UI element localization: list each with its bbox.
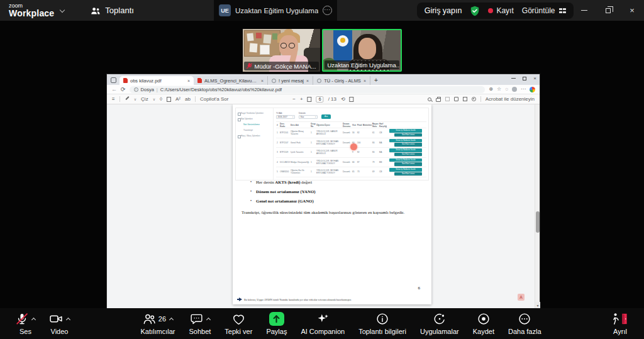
tab-close-icon[interactable]: × <box>364 79 366 83</box>
obs-exam-notes-button[interactable]: Sınav İçi Notlarını İncele <box>389 148 422 152</box>
audio-options-chevron[interactable] <box>31 318 36 322</box>
print-icon[interactable] <box>436 98 441 102</box>
account-color-icon[interactable] <box>530 87 535 92</box>
apps-button[interactable]: Uygulamalar <box>413 308 466 339</box>
participant-video-2[interactable]: Uzaktan Eğitim Uygulama... <box>322 29 402 72</box>
browser-minimize-button[interactable] <box>511 78 516 79</box>
browser-tab[interactable]: ALMS_Ogrenci_Kilavuzu-Yeni.pdf × <box>194 76 268 85</box>
sign-in-button[interactable]: Giriş yapın <box>425 6 462 15</box>
refresh-icon[interactable]: ⟳ <box>121 87 126 92</box>
participants-button[interactable]: 26 Katılımcılar <box>133 308 182 339</box>
obs-class-list-button[interactable]: Sınıf Not Listesi <box>394 162 422 165</box>
favorite-star-icon[interactable]: ☆ <box>497 87 501 92</box>
obs-sidebar-item[interactable]: Not İşlemleri <box>236 116 273 121</box>
obs-sidebar-item[interactable]: Kayıt Yenileme İşlemleri <box>236 110 273 116</box>
fullscreen-icon[interactable] <box>463 97 467 101</box>
obs-exam-notes-button[interactable]: Sınav İçi Notlarını İncele <box>389 129 422 132</box>
meeting-title-tab[interactable]: UE Uzaktan Eğitim Uygulama ve Araş ··· <box>214 0 337 21</box>
rotate-icon[interactable]: ⟲ <box>341 97 345 102</box>
gear-icon[interactable] <box>472 97 476 101</box>
extension-icon[interactable]: ◌ <box>505 87 508 92</box>
profile-avatar-icon[interactable] <box>512 87 517 92</box>
acrobat-floating-icon[interactable]: A <box>518 294 525 301</box>
tab-close-icon[interactable]: × <box>306 79 309 83</box>
chat-options-chevron[interactable] <box>206 318 211 322</box>
page-view-icon[interactable] <box>350 97 354 102</box>
zoom-out-icon[interactable]: − <box>292 97 296 102</box>
mute-button[interactable]: Ses <box>9 308 42 339</box>
obs-table-cell: 82 <box>357 131 362 135</box>
browser-tab[interactable]: ! yeni mesaj × <box>268 76 313 85</box>
chat-button[interactable]: Sohbet <box>182 308 218 339</box>
obs-sidebar-item[interactable]: Harç / Borç İşlemleri <box>236 133 273 138</box>
chevron-down-icon[interactable] <box>60 7 65 12</box>
pen-icon[interactable] <box>125 97 130 102</box>
page-number-input[interactable]: 6 <box>316 96 324 103</box>
browser-tab-active[interactable]: obs kilavuz.pdf × <box>119 76 194 85</box>
close-button[interactable]: × <box>620 0 644 21</box>
fit-page-icon[interactable] <box>308 97 312 102</box>
obs-class-list-button[interactable]: Sınıf Not Listesi <box>394 133 422 136</box>
save-icon[interactable] <box>445 97 450 101</box>
browser-tab[interactable]: TÜ - Giriş - ALMS × <box>313 76 370 85</box>
search-icon[interactable] <box>428 97 431 101</box>
meeting-title: Uzaktan Eğitim Uygulama ve Araş <box>235 7 318 14</box>
obs-class-list-button[interactable]: Sınıf Not Listesi <box>394 143 422 146</box>
draw-dropdown-icon[interactable]: ∨ <box>153 97 155 101</box>
obs-class-list-button[interactable]: Sınıf Not Listesi <box>394 153 422 156</box>
browser-menu-icon[interactable]: ⋯ <box>521 87 526 92</box>
tab-meeting[interactable]: Toplantı <box>91 6 134 15</box>
draw-tool-label[interactable]: Çiz <box>141 96 148 102</box>
copilot-button[interactable]: Copilot'a Sor <box>200 96 229 102</box>
reactions-button[interactable]: Tepki ver <box>218 308 259 339</box>
tab-search-icon[interactable] <box>111 77 116 83</box>
tab-close-icon[interactable]: × <box>187 79 190 83</box>
restore-button[interactable] <box>596 0 620 21</box>
text-box-icon[interactable] <box>167 97 171 102</box>
zoom-in-icon[interactable]: + <box>300 97 303 102</box>
download-icon[interactable] <box>454 97 458 101</box>
obs-class-list-button[interactable]: Sınıf Not Listesi <box>394 172 422 175</box>
address-input[interactable]: i Dosya | C:/Users/User/Desktop/obs%20ki… <box>130 86 486 93</box>
pdf-scrollbar[interactable]: ▾ <box>535 104 540 308</box>
edit-in-acrobat-button[interactable]: Acrobat ile düzenleyin <box>486 96 535 102</box>
browser-restore-button[interactable] <box>523 77 526 81</box>
obs-search-button[interactable]: Ara <box>321 114 331 119</box>
scroll-down-arrow[interactable]: ▾ <box>535 302 540 308</box>
obs-term-select[interactable]: Güz▾ <box>299 115 318 119</box>
thumbnails-icon[interactable]: ≡ <box>112 97 115 102</box>
obs-exam-notes-button[interactable]: Sınav İçi Notlarını İncele <box>389 168 422 171</box>
leave-button[interactable]: Ayrıl <box>605 308 635 339</box>
obs-table-cell <box>362 172 372 172</box>
obs-sidebar-item[interactable]: Not Görüntüleme <box>236 121 273 127</box>
meeting-info-button[interactable]: Toplantı bilgileri <box>352 308 413 339</box>
pen-dropdown-icon[interactable]: ∨ <box>134 97 136 101</box>
obs-sidebar-item[interactable]: Transkript <box>236 127 273 133</box>
obs-year-select[interactable]: 2016-2017▾ <box>276 115 295 119</box>
address-path: C:/Users/User/Desktop/obs%20kilavuz/obs%… <box>160 87 282 92</box>
new-tab-button[interactable]: + <box>374 77 378 84</box>
obs-exam-notes-button[interactable]: Sınav İçi Notlarını İncele <box>389 139 422 142</box>
eraser-icon[interactable]: ◊ <box>160 97 162 102</box>
scrollbar-thumb[interactable] <box>536 211 540 233</box>
share-screen-button[interactable]: Paylaş <box>259 308 294 339</box>
page-info-icon[interactable]: i <box>134 87 138 92</box>
browser-close-button[interactable]: × <box>533 75 536 81</box>
record-button[interactable]: Kaydet <box>466 308 501 339</box>
minimize-button[interactable] <box>572 0 596 21</box>
tab-close-icon[interactable]: × <box>261 79 264 83</box>
back-icon[interactable]: ← <box>111 87 117 92</box>
read-aloud-icon[interactable]: ab <box>185 97 191 102</box>
view-button[interactable]: Görüntüle <box>522 6 566 15</box>
zoom-page-icon[interactable]: ⊕ <box>489 87 493 92</box>
security-shield-icon[interactable] <box>470 6 480 16</box>
video-button[interactable]: Video <box>42 308 77 339</box>
more-button[interactable]: Daha fazla <box>501 308 548 339</box>
video-options-chevron[interactable] <box>66 318 70 322</box>
obs-exam-notes-button[interactable]: Sınav İçi Notlarını İncele <box>389 158 422 162</box>
more-options-icon[interactable]: ··· <box>323 6 332 15</box>
participants-options-chevron[interactable] <box>169 318 174 322</box>
text-size-icon[interactable]: A² <box>175 97 180 102</box>
ai-companion-button[interactable]: AI Companion <box>294 308 352 339</box>
participant-video-1[interactable]: Müdür -Gökçe MANA... <box>243 29 320 72</box>
